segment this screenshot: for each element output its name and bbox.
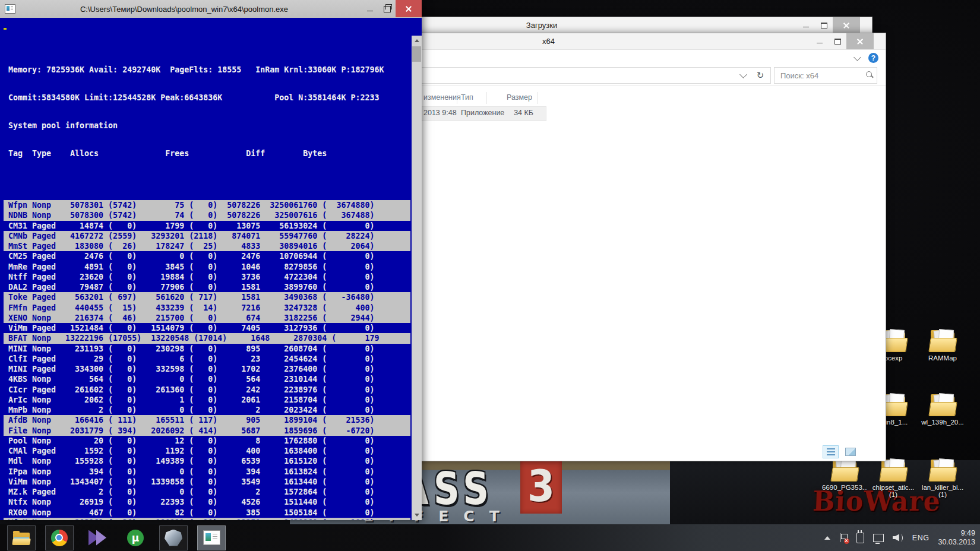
action-center-flag-icon[interactable] [839,533,848,543]
pool-row-Ntfx: Ntfx Nonp 26919 ( 0) 22393 ( 0) 4526 151… [4,497,410,507]
scroll-up-button[interactable] [412,36,422,46]
close-icon [406,6,412,12]
pool-row-Toke: Toke Paged 563201 ( 697) 561620 ( 717) 1… [4,292,410,302]
search-input[interactable] [779,68,859,83]
desktop-folder-3[interactable]: wl_139h_20... [920,392,965,426]
details-view-icon [827,448,835,455]
x64-minimize-button[interactable] [811,33,829,49]
column-header-modified[interactable]: изменения [423,93,461,102]
desktop-folder-5[interactable]: chipset_atic...(1) [871,457,916,498]
downloads-minimize-button[interactable] [797,17,815,33]
pool-row-ClfI: ClfI Paged 29 ( 0) 6 ( 0) 23 2454624 ( 0… [4,354,410,364]
column-separator [537,92,538,104]
console-table-header: Tag Type Allocs Frees Diff Bytes [4,148,410,159]
pool-row-CMNb: CMNb Paged 4167272 (2559) 3293201 (2118)… [4,231,410,241]
tray-expand-icon[interactable] [824,536,830,540]
pool-row-MINI: MINI Paged 334300 ( 0) 332598 ( 0) 1702 … [4,364,410,374]
pool-row-IPpa: IPpa Nonp 394 ( 0) 0 ( 0) 394 1613824 ( … [4,467,410,477]
console-memory-line: Memory: 7825936K Avail: 2492740K PageFlt… [4,65,410,75]
console-close-button[interactable] [396,0,422,17]
power-icon[interactable] [856,533,864,543]
pool-row-Mdl: Mdl Nonp 155928 ( 0) 149389 ( 0) 6539 16… [4,456,410,466]
pool-row-DAL2: DAL2 Paged 79487 ( 0) 77906 ( 0) 1581 38… [4,282,410,292]
details-view-button[interactable] [823,445,839,458]
pool-row-WfpH: WfpH Nonp 203161 ( 26) 190911 ( 10) 1225… [4,518,410,520]
taskbar-starcraft-button[interactable] [159,525,188,550]
x64-maximize-button[interactable] [829,33,846,49]
pool-row-Pool: Pool Nonp 20 ( 0) 12 ( 0) 8 1762880 ( 0) [4,436,410,446]
taskbar-file-explorer-button[interactable] [7,525,36,550]
console-summary: Memory: 7825936K Avail: 2492740K PageFlt… [4,47,410,176]
console-restore-button[interactable] [378,0,396,17]
pool-row-RX00: RX00 Nonp 467 ( 0) 82 ( 0) 385 1505184 (… [4,508,410,518]
pool-row-4KBS: 4KBS Nonp 564 ( 0) 0 ( 0) 564 2310144 ( … [4,374,410,384]
desktop-folder-6[interactable]: lan_killer_bi...(1) [920,457,965,498]
console-title-bar[interactable]: C:\Users\Темир\Downloads\poolmon_win7\x6… [0,0,422,18]
downloads-close-button[interactable] [833,17,860,33]
pool-row-MINI: MINI Nonp 231193 ( 0) 230298 ( 0) 895 26… [4,344,410,354]
system-tray: ENG 9:49 30.03.2013 [824,524,975,551]
file-explorer-icon [12,531,30,545]
thumbnail-view-button[interactable] [842,445,858,458]
folder-icon [928,392,957,417]
taskbar: µ ENG 9:49 30.03.2013 [0,524,980,551]
console-client-area: Memory: 7825936K Avail: 2492740K PageFlt… [0,18,422,520]
pool-row-ViMm: ViMm Paged 1521484 ( 0) 1514079 ( 0) 740… [4,323,410,333]
network-icon[interactable] [873,534,884,542]
x64-window-title: x64 [542,37,555,46]
pool-row-FMfn: FMfn Paged 440455 ( 15) 433239 ( 14) 721… [4,303,410,313]
desktop-icon-sublabel: (1) [871,491,916,498]
scrollbar-thumb[interactable] [412,46,421,62]
clock[interactable]: 9:49 30.03.2013 [938,529,975,547]
taskbar-kmplayer-button[interactable] [83,525,112,550]
tray-time: 9:49 [938,529,975,538]
search-box[interactable] [774,67,877,84]
starcraft-icon [165,530,182,546]
pool-row-ArIc: ArIc Nonp 2062 ( 0) 1 ( 0) 2061 2158704 … [4,395,410,405]
folder-icon [928,328,957,353]
refresh-button[interactable]: ↻ [750,67,771,84]
pool-row-MmRe: MmRe Paged 4891 ( 0) 3845 ( 0) 1046 8279… [4,262,410,272]
pool-row-BFAT: BFAT Nonp 13222196 (17055) 13220548 (170… [4,333,410,343]
pool-row-MmSt: MmSt Paged 183080 ( 26) 178247 ( 25) 483… [4,241,410,251]
scroll-down-button[interactable] [412,510,422,520]
column-header-type[interactable]: Тип [461,93,473,102]
close-icon [857,39,863,45]
search-icon[interactable] [866,71,872,77]
column-separator [457,92,457,104]
pool-row-CIcr: CIcr Paged 261602 ( 0) 261360 ( 0) 242 2… [4,385,410,395]
taskbar-utorrent-button[interactable]: µ [121,525,150,550]
pool-row-MZ.k: MZ.k Paged 2 ( 0) 0 ( 0) 2 1572864 ( 0) [4,487,410,497]
downloads-maximize-button[interactable] [815,17,833,33]
pool-row-MmPb: MmPb Nonp 2 ( 0) 0 ( 0) 2 2023424 ( 0) [4,405,410,415]
desktop-icon-label: lan_killer_bi... [920,484,965,491]
taskbar-console-button[interactable] [197,525,226,550]
arrow-up-icon [415,39,419,42]
pool-row-AfdB: AfdB Nonp 166416 ( 111) 165511 ( 117) 90… [4,415,410,425]
pool-row-ViMm: ViMm Nonp 1343407 ( 0) 1339858 ( 0) 3549… [4,477,410,487]
volume-icon[interactable] [893,533,903,543]
desktop-folder-1[interactable]: RAMMap [920,328,965,362]
utorrent-icon: µ [127,530,144,546]
pool-row-CM31: CM31 Paged 14874 ( 0) 1799 ( 0) 13075 56… [4,221,410,231]
pool-row-Ntff: Ntff Paged 23620 ( 0) 19884 ( 0) 3736 47… [4,272,410,282]
console-scrollbar[interactable] [412,36,422,520]
language-indicator[interactable]: ENG [912,534,930,542]
mass-effect-3-badge: 3 [520,460,562,514]
kmplayer-icon [88,530,106,546]
x64-close-button[interactable] [846,33,874,49]
desktop-folder-4[interactable]: 6690_PG353... [822,457,867,491]
downloads-window-title: Загрузки [526,21,557,30]
desktop-icon-label: 6690_PG353... [822,484,867,491]
pool-row-NDNB: NDNB Nonp 5078300 (5742) 74 ( 0) 5078226… [4,210,410,220]
taskbar-chrome-button[interactable] [45,525,74,550]
help-button[interactable]: ? [868,53,878,63]
thumbnail-view-icon [845,448,856,456]
file-modified-date: 2013 9:48 [423,109,457,117]
column-header-size[interactable]: Размер [491,93,532,102]
console-minimize-button[interactable] [361,0,378,17]
ribbon-expand-chevron-icon[interactable] [853,53,861,61]
address-dropdown-chevron-icon[interactable] [739,71,747,78]
chrome-icon [51,530,68,546]
console-window-title: C:\Users\Темир\Downloads\poolmon_win7\x6… [0,5,368,14]
